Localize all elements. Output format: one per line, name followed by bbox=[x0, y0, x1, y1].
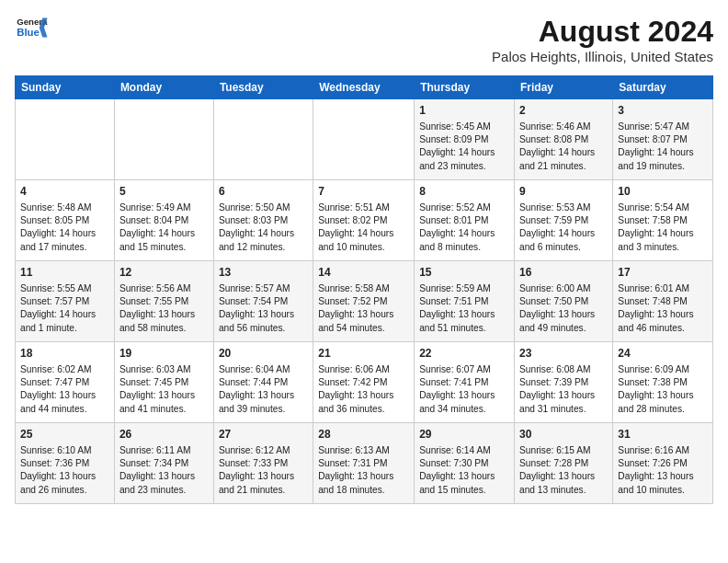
day-info: Daylight: 13 hours and 58 minutes. bbox=[119, 308, 209, 335]
day-header-sunday: Sunday bbox=[16, 76, 115, 99]
calendar-cell: 25Sunrise: 6:10 AMSunset: 7:36 PMDayligh… bbox=[16, 423, 115, 504]
calendar-cell: 20Sunrise: 6:04 AMSunset: 7:44 PMDayligh… bbox=[213, 342, 313, 423]
day-info: Daylight: 14 hours and 3 minutes. bbox=[618, 227, 708, 254]
day-info: Sunset: 8:05 PM bbox=[20, 214, 109, 227]
day-header-wednesday: Wednesday bbox=[313, 76, 415, 99]
day-info: Sunset: 7:58 PM bbox=[618, 214, 708, 227]
day-info: Daylight: 14 hours and 8 minutes. bbox=[419, 227, 509, 254]
day-info: Sunrise: 6:01 AM bbox=[618, 282, 708, 295]
day-info: Daylight: 13 hours and 49 minutes. bbox=[519, 308, 608, 335]
day-info: Sunset: 8:09 PM bbox=[419, 133, 509, 146]
day-info: Daylight: 14 hours and 10 minutes. bbox=[318, 227, 409, 254]
calendar-cell: 15Sunrise: 5:59 AMSunset: 7:51 PMDayligh… bbox=[415, 261, 515, 342]
day-number: 23 bbox=[519, 346, 608, 362]
day-info: Sunrise: 6:07 AM bbox=[419, 363, 509, 376]
day-info: Daylight: 14 hours and 15 minutes. bbox=[119, 227, 209, 254]
calendar-table: SundayMondayTuesdayWednesdayThursdayFrid… bbox=[15, 75, 713, 504]
calendar-cell: 23Sunrise: 6:08 AMSunset: 7:39 PMDayligh… bbox=[515, 342, 613, 423]
day-info: Sunrise: 6:12 AM bbox=[219, 444, 308, 457]
day-info: Sunset: 7:41 PM bbox=[419, 376, 509, 389]
calendar-cell: 26Sunrise: 6:11 AMSunset: 7:34 PMDayligh… bbox=[114, 423, 213, 504]
day-info: Sunset: 7:50 PM bbox=[519, 295, 608, 308]
day-info: Sunset: 7:54 PM bbox=[219, 295, 308, 308]
day-info: Sunset: 7:30 PM bbox=[419, 457, 509, 470]
calendar-week-5: 25Sunrise: 6:10 AMSunset: 7:36 PMDayligh… bbox=[16, 423, 713, 504]
day-info: Sunset: 7:34 PM bbox=[119, 457, 209, 470]
day-number: 4 bbox=[20, 184, 109, 200]
day-info: Sunrise: 5:59 AM bbox=[419, 282, 509, 295]
day-info: Sunset: 7:42 PM bbox=[318, 376, 409, 389]
day-number: 21 bbox=[318, 346, 409, 362]
day-number: 22 bbox=[419, 346, 509, 362]
svg-text:Blue: Blue bbox=[17, 27, 40, 38]
day-info: Sunset: 7:55 PM bbox=[119, 295, 209, 308]
day-info: Sunset: 7:47 PM bbox=[20, 376, 109, 389]
day-number: 18 bbox=[20, 346, 109, 362]
day-number: 30 bbox=[519, 427, 608, 442]
day-info: Daylight: 14 hours and 12 minutes. bbox=[219, 227, 308, 254]
calendar-cell: 18Sunrise: 6:02 AMSunset: 7:47 PMDayligh… bbox=[16, 342, 115, 423]
day-number: 10 bbox=[618, 184, 708, 200]
calendar-cell: 3Sunrise: 5:47 AMSunset: 8:07 PMDaylight… bbox=[613, 99, 713, 180]
calendar-body: 1Sunrise: 5:45 AMSunset: 8:09 PMDaylight… bbox=[16, 99, 713, 504]
day-info: Sunrise: 5:56 AM bbox=[119, 282, 209, 295]
day-info: Daylight: 14 hours and 21 minutes. bbox=[519, 146, 608, 173]
calendar-cell: 17Sunrise: 6:01 AMSunset: 7:48 PMDayligh… bbox=[613, 261, 713, 342]
day-info: Sunrise: 5:51 AM bbox=[318, 201, 409, 214]
calendar-cell: 12Sunrise: 5:56 AMSunset: 7:55 PMDayligh… bbox=[114, 261, 213, 342]
calendar-cell: 4Sunrise: 5:48 AMSunset: 8:05 PMDaylight… bbox=[16, 180, 115, 261]
calendar-cell: 14Sunrise: 5:58 AMSunset: 7:52 PMDayligh… bbox=[313, 261, 415, 342]
day-info: Sunrise: 5:53 AM bbox=[519, 201, 608, 214]
day-header-monday: Monday bbox=[114, 76, 213, 99]
title-area: August 2024 Palos Heights, Illinois, Uni… bbox=[492, 15, 713, 64]
day-info: Sunset: 7:33 PM bbox=[219, 457, 308, 470]
day-header-tuesday: Tuesday bbox=[213, 76, 313, 99]
day-info: Sunrise: 6:06 AM bbox=[318, 363, 409, 376]
day-number: 12 bbox=[119, 265, 209, 281]
day-info: Sunrise: 6:00 AM bbox=[519, 282, 608, 295]
day-number: 14 bbox=[318, 265, 409, 281]
day-info: Daylight: 13 hours and 18 minutes. bbox=[318, 470, 409, 497]
day-info: Sunrise: 6:14 AM bbox=[419, 444, 509, 457]
logo: General Blue bbox=[15, 15, 48, 40]
calendar-cell: 24Sunrise: 6:09 AMSunset: 7:38 PMDayligh… bbox=[613, 342, 713, 423]
calendar-cell: 21Sunrise: 6:06 AMSunset: 7:42 PMDayligh… bbox=[313, 342, 415, 423]
day-number: 17 bbox=[618, 265, 708, 281]
calendar-cell: 30Sunrise: 6:15 AMSunset: 7:28 PMDayligh… bbox=[515, 423, 613, 504]
day-info: Sunrise: 6:04 AM bbox=[219, 363, 308, 376]
day-info: Sunrise: 5:52 AM bbox=[419, 201, 509, 214]
calendar-week-1: 1Sunrise: 5:45 AMSunset: 8:09 PMDaylight… bbox=[16, 99, 713, 180]
day-number: 15 bbox=[419, 265, 509, 281]
calendar-cell bbox=[313, 99, 415, 180]
day-info: Daylight: 14 hours and 1 minute. bbox=[20, 308, 109, 335]
calendar-cell bbox=[114, 99, 213, 180]
day-info: Sunset: 7:57 PM bbox=[20, 295, 109, 308]
day-info: Daylight: 13 hours and 34 minutes. bbox=[419, 389, 509, 416]
calendar-cell: 29Sunrise: 6:14 AMSunset: 7:30 PMDayligh… bbox=[415, 423, 515, 504]
day-header-thursday: Thursday bbox=[415, 76, 515, 99]
day-info: Sunrise: 6:02 AM bbox=[20, 363, 109, 376]
calendar-cell: 13Sunrise: 5:57 AMSunset: 7:54 PMDayligh… bbox=[213, 261, 313, 342]
day-number: 24 bbox=[618, 346, 708, 362]
calendar-header-row: SundayMondayTuesdayWednesdayThursdayFrid… bbox=[16, 76, 713, 99]
day-number: 8 bbox=[419, 184, 509, 200]
day-info: Daylight: 14 hours and 17 minutes. bbox=[20, 227, 109, 254]
day-info: Sunset: 7:28 PM bbox=[519, 457, 608, 470]
day-number: 25 bbox=[20, 427, 109, 442]
day-info: Sunset: 7:36 PM bbox=[20, 457, 109, 470]
day-info: Sunrise: 6:11 AM bbox=[119, 444, 209, 457]
day-info: Sunset: 8:08 PM bbox=[519, 133, 608, 146]
day-info: Sunrise: 5:57 AM bbox=[219, 282, 308, 295]
calendar-cell: 8Sunrise: 5:52 AMSunset: 8:01 PMDaylight… bbox=[415, 180, 515, 261]
day-info: Sunrise: 6:13 AM bbox=[318, 444, 409, 457]
day-info: Daylight: 13 hours and 10 minutes. bbox=[618, 470, 708, 497]
day-info: Sunset: 7:31 PM bbox=[318, 457, 409, 470]
day-info: Sunrise: 6:16 AM bbox=[618, 444, 708, 457]
day-number: 7 bbox=[318, 184, 409, 200]
day-number: 5 bbox=[119, 184, 209, 200]
day-info: Daylight: 13 hours and 13 minutes. bbox=[519, 470, 608, 497]
day-number: 27 bbox=[219, 427, 308, 442]
day-info: Sunrise: 5:47 AM bbox=[618, 121, 708, 133]
day-info: Sunset: 8:02 PM bbox=[318, 214, 409, 227]
day-info: Sunset: 8:07 PM bbox=[618, 133, 708, 146]
